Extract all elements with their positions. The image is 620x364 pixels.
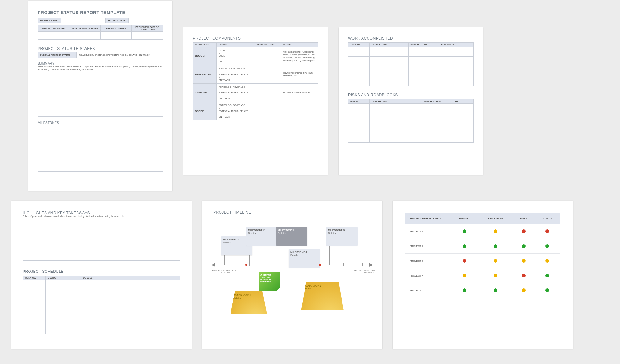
status-dot-icon xyxy=(463,244,466,248)
section-milestones: MILESTONES xyxy=(38,121,163,124)
row-timeline: TIMELINE xyxy=(193,83,217,102)
status-dot-icon xyxy=(522,288,526,292)
roadblock-2-dot-icon xyxy=(319,264,321,266)
wa-cell[interactable] xyxy=(348,47,370,57)
timeline-end-label: PROJECT END DATE00/00/0000 xyxy=(347,269,375,274)
rc-status-cell xyxy=(452,239,477,254)
status-options: ROADBLOCK / OVERAGE | POTENTIAL RISKS / … xyxy=(77,52,163,58)
milestone-3-card: MILESTONE 3Details xyxy=(276,227,307,246)
rc-status-cell xyxy=(452,268,477,283)
status-dot-icon xyxy=(494,244,497,248)
rc-status-cell xyxy=(514,224,534,239)
rc-status-cell xyxy=(477,268,514,283)
summary-textarea[interactable] xyxy=(38,72,163,117)
col-owner: OWNER / TEAM xyxy=(255,43,281,47)
rc-status-cell xyxy=(534,239,560,254)
input-period[interactable] xyxy=(100,32,132,40)
input-pm[interactable] xyxy=(38,32,69,40)
rc-status-cell xyxy=(514,268,534,283)
rc-project-name: PROJECT 1 xyxy=(405,224,452,239)
panel-highlights-schedule: HIGHLIGHTS AND KEY TAKEAWAYS Bullets of … xyxy=(11,201,192,349)
rc-status-cell xyxy=(477,283,514,298)
wa-col-owner: OWNER / TEAM xyxy=(408,43,439,47)
milestone-1-details: Details xyxy=(223,241,231,244)
rc-row-4: PROJECT 4 xyxy=(405,268,560,283)
input-project-name[interactable] xyxy=(61,18,106,23)
rc-status-cell xyxy=(534,224,560,239)
rc-status-cell xyxy=(514,283,534,298)
summary-hint: Enter information here about overall sta… xyxy=(38,65,163,71)
scope-notes xyxy=(281,102,318,120)
rc-project-name: PROJECT 3 xyxy=(405,254,452,268)
ps-cell[interactable] xyxy=(23,280,46,286)
resources-status: ROADBLOCK / OVERAGE – POTENTIAL RISKS / … xyxy=(217,65,255,83)
status-dot-icon xyxy=(463,274,466,277)
rc-status-cell xyxy=(452,224,477,239)
input-date-entry[interactable] xyxy=(69,32,100,40)
roadblock-2-card: ROADBLOCK 2Details xyxy=(301,282,344,310)
rc-row-3: PROJECT 3 xyxy=(405,254,560,268)
rc-col-resources: RESOURCES xyxy=(477,213,514,224)
scope-status: ROADBLOCK / OVERAGE – POTENTIAL RISKS / … xyxy=(217,102,255,120)
timeline-owner[interactable] xyxy=(255,83,281,102)
status-dot-icon xyxy=(522,244,526,248)
budget-owner[interactable] xyxy=(255,47,281,65)
rr-col-desc: DESCRIPTION xyxy=(370,99,422,104)
arrow-left-icon xyxy=(212,263,215,267)
col-notes: NOTES xyxy=(281,43,318,47)
milestone-4-card: MILESTONE 4Details xyxy=(289,249,320,268)
ps-col-details: DETAILS xyxy=(81,276,180,280)
label-pm: PROJECT MANAGER xyxy=(38,25,69,32)
row-scope: SCOPE xyxy=(193,102,217,120)
panel-work-risks: WORK ACCOMPLISHED TASK NO. DESCRIPTION O… xyxy=(339,27,483,175)
rc-status-cell xyxy=(514,254,534,268)
milestones-textarea[interactable] xyxy=(38,126,163,172)
roadblock-1-card: ROADBLOCK 1Details xyxy=(231,291,267,314)
rc-status-cell xyxy=(534,268,560,283)
rc-status-cell xyxy=(514,239,534,254)
section-schedule: PROJECT SCHEDULE xyxy=(23,269,180,274)
input-completion[interactable] xyxy=(132,32,163,40)
section-components: PROJECT COMPONENTS xyxy=(193,36,318,40)
rc-status-cell xyxy=(452,254,477,268)
timeline-notes: On track to final launch date xyxy=(281,83,318,102)
status-dot-icon xyxy=(463,229,466,233)
section-work-accomplished: WORK ACCOMPLISHED xyxy=(348,36,474,40)
label-project-name: PROJECT NAME xyxy=(38,18,61,23)
section-status-week: PROJECT STATUS THIS WEEK xyxy=(38,46,163,51)
rc-status-cell xyxy=(477,254,514,268)
rc-status-cell xyxy=(452,283,477,298)
milestone-2-card: MILESTONE 2Details xyxy=(246,227,278,246)
status-dot-icon xyxy=(494,288,497,292)
wa-col-desc: DESCRIPTION xyxy=(370,43,409,47)
label-completion: PROJECTED DATE OF COMPLETION xyxy=(132,25,163,32)
timeline-start-label: PROJECT START DATE00/00/0000 xyxy=(210,269,238,274)
col-component: COMPONENT xyxy=(193,43,217,47)
rc-project-name: PROJECT 2 xyxy=(405,239,452,254)
resources-owner[interactable] xyxy=(255,65,281,83)
input-project-code[interactable] xyxy=(129,18,163,23)
highlights-textarea[interactable] xyxy=(23,219,180,261)
rc-project-name: PROJECT 4 xyxy=(405,268,452,283)
label-project-code: PROJECT CODE xyxy=(106,18,129,23)
highlights-hint: Bullets of great work, who owns what, wh… xyxy=(23,215,180,217)
rc-col-quality: QUALITY xyxy=(534,213,560,224)
col-status: STATUS xyxy=(217,43,255,47)
rc-col-risks: RISKS xyxy=(514,213,534,224)
status-dot-icon xyxy=(545,229,549,233)
scope-owner[interactable] xyxy=(255,102,281,120)
status-dot-icon xyxy=(494,259,497,263)
rc-status-cell xyxy=(477,224,514,239)
milestone-5-card: MILESTONE 5Details xyxy=(326,227,358,246)
rr-cell[interactable] xyxy=(348,104,370,113)
status-dot-icon xyxy=(494,229,497,233)
budget-status: OVER – UNDER – ON xyxy=(217,47,255,65)
status-dot-icon xyxy=(545,259,549,263)
label-overall-status: OVERALL PROJECT STATUS xyxy=(38,52,77,58)
status-dot-icon xyxy=(463,288,466,292)
rr-col-riskno: RISK NO. xyxy=(348,99,370,104)
rc-project-name: PROJECT 5 xyxy=(405,283,452,298)
row-budget: BUDGET xyxy=(193,47,217,65)
rr-col-owner: OWNER / TEAM xyxy=(422,99,453,104)
rc-col-project: PROJECT REPORT CARD xyxy=(405,213,452,224)
